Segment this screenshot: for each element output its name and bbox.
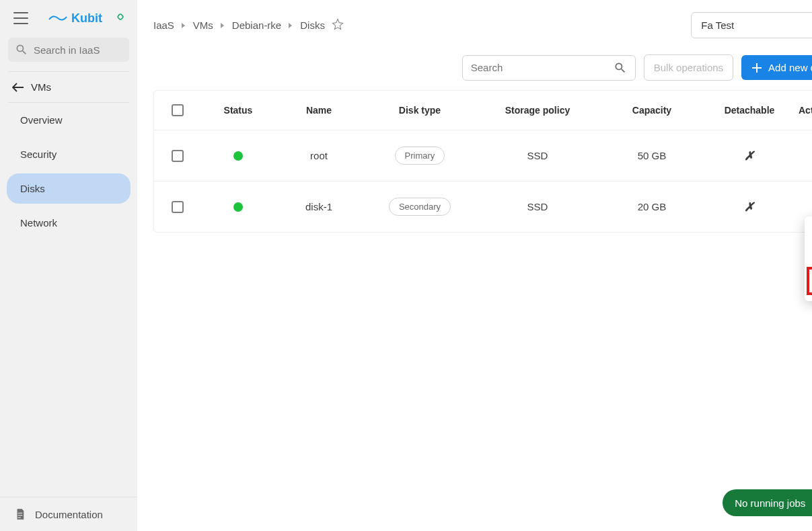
disks-table: Status Name Disk type Storage policy Cap… [153, 90, 812, 233]
sidebar-search-input[interactable] [34, 44, 122, 56]
sidebar-item-disks[interactable]: Disks [7, 173, 131, 204]
disk-type-pill: Primary [395, 147, 445, 165]
row-actions-button[interactable] [809, 150, 812, 162]
project-selected-label: Fa Test [701, 19, 734, 31]
bulk-operations-button[interactable]: Bulk operations [644, 54, 733, 81]
cell-name: root [275, 134, 363, 177]
sidebar-search[interactable] [8, 38, 129, 62]
sidebar-item-network[interactable]: Network [7, 208, 131, 238]
chevron-right-icon [220, 22, 225, 29]
main-content: IaaS VMs Debian-rke Disks Fa Test Bulk o… [137, 0, 812, 531]
crumb-vm[interactable]: Debian-rke [232, 19, 281, 31]
row-checkbox[interactable] [172, 150, 184, 162]
cell-capacity: 20 GB [598, 185, 706, 229]
hamburger-icon [13, 12, 28, 24]
document-icon [13, 507, 27, 522]
col-detachable: Detachable [706, 91, 793, 129]
secondary-logo-icon [114, 11, 126, 26]
search-icon [614, 61, 627, 75]
cell-capacity: 50 GB [598, 134, 706, 177]
jobs-status-pill[interactable]: No running jobs [723, 489, 812, 516]
table-row: disk-1 Secondary SSD 20 GB ✗ [154, 181, 812, 232]
crumb-disks[interactable]: Disks [300, 19, 325, 31]
back-label: VMs [31, 81, 51, 93]
cell-detachable: ✗ [706, 183, 793, 231]
documentation-link[interactable]: Documentation [0, 497, 137, 531]
back-to-vms[interactable]: VMs [0, 72, 137, 102]
disk-type-pill: Secondary [389, 198, 451, 216]
status-dot-active [233, 202, 243, 212]
crumb-vms[interactable]: VMs [193, 19, 213, 31]
project-selector[interactable]: Fa Test [691, 12, 812, 38]
jobs-status-label: No running jobs [735, 497, 805, 509]
crumb-iaas[interactable]: IaaS [153, 19, 174, 31]
wave-icon [48, 13, 67, 24]
breadcrumb: IaaS VMs Debian-rke Disks [153, 18, 344, 32]
menu-item-delete[interactable]: Delete [805, 272, 812, 297]
sidebar: Kubit VMs Overview Security Disks Networ… [0, 0, 137, 531]
col-storage-policy: Storage policy [477, 91, 598, 129]
search-icon [15, 43, 28, 56]
select-all-checkbox[interactable] [172, 104, 184, 116]
chevron-right-icon [288, 22, 293, 29]
cell-policy: SSD [477, 134, 598, 177]
row-actions-button[interactable] [809, 201, 812, 213]
col-capacity: Capacity [598, 91, 706, 129]
col-status: Status [201, 91, 275, 129]
row-checkbox[interactable] [172, 201, 184, 213]
plus-icon [752, 63, 762, 73]
add-button-label: Add new disk [768, 62, 812, 73]
col-actions: Actions [793, 91, 812, 129]
col-disk-type: Disk type [363, 91, 477, 129]
add-new-disk-button[interactable]: Add new disk [741, 55, 812, 80]
arrow-left-icon [12, 83, 24, 92]
menu-item-detach[interactable]: Detach [805, 220, 812, 246]
menu-item-edit[interactable]: Edit [805, 246, 812, 272]
cell-detachable: ✗ [706, 132, 793, 179]
brand-logo[interactable]: Kubit [48, 11, 102, 26]
menu-toggle-button[interactable] [11, 9, 31, 27]
cell-policy: SSD [477, 185, 598, 229]
status-dot-active [233, 151, 243, 161]
col-name: Name [275, 91, 363, 129]
table-search-input[interactable] [471, 62, 614, 73]
sidebar-item-overview[interactable]: Overview [7, 105, 131, 135]
documentation-label: Documentation [35, 509, 103, 520]
table-row: root Primary SSD 50 GB ✗ [154, 130, 812, 181]
table-search[interactable] [462, 55, 636, 81]
brand-name: Kubit [71, 11, 102, 26]
row-actions-menu: Detach Edit Delete [805, 216, 812, 301]
favorite-button[interactable] [332, 18, 344, 32]
chevron-right-icon [181, 22, 186, 29]
cell-name: disk-1 [275, 185, 363, 229]
sidebar-item-security[interactable]: Security [7, 139, 131, 169]
